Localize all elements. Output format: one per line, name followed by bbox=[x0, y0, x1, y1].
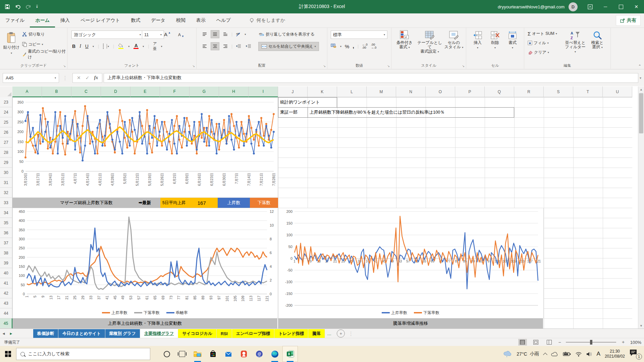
sheet-tab-今日のまとめサイト[interactable]: 今日のまとめサイト bbox=[58, 329, 105, 338]
weather-icon[interactable] bbox=[503, 351, 512, 357]
font-name-select[interactable]: 游ゴシック▾ bbox=[71, 31, 143, 39]
sheet-tab-トレンド指標[interactable]: トレンド指標 bbox=[274, 329, 308, 338]
ribbon-display-options-icon[interactable] bbox=[582, 0, 598, 13]
column-header-B[interactable]: B bbox=[42, 86, 71, 97]
number-format-select[interactable]: 標準▾ bbox=[331, 31, 387, 39]
task-view-icon[interactable] bbox=[174, 346, 190, 362]
cut-button[interactable]: 切り取り bbox=[22, 31, 45, 38]
increase-font-icon[interactable]: A▲ bbox=[164, 31, 171, 38]
sheet-tab-株価診断[interactable]: 株価診断 bbox=[33, 329, 58, 338]
autosum-button[interactable]: Σ オート SUM▾ bbox=[528, 30, 557, 37]
column-header-A[interactable]: A bbox=[12, 86, 42, 97]
bottom-banner-left[interactable]: 上昇率上位銘柄数・下降率上位変動数 bbox=[12, 318, 278, 328]
column-header-G[interactable]: G bbox=[190, 86, 219, 97]
row-header-24[interactable]: 24 bbox=[0, 107, 12, 117]
align-left-icon[interactable] bbox=[201, 43, 209, 50]
battery-icon[interactable] bbox=[563, 352, 571, 356]
vertical-scroll-thumb[interactable] bbox=[639, 93, 643, 133]
percent-icon[interactable]: % bbox=[345, 44, 349, 49]
column-header-M[interactable]: M bbox=[367, 86, 396, 97]
font-dialog-launcher-icon[interactable]: ↘ bbox=[192, 64, 195, 68]
row-header-35[interactable]: 35 bbox=[0, 218, 12, 228]
row-header-29[interactable]: 29 bbox=[0, 158, 12, 168]
column-header-H[interactable]: H bbox=[219, 86, 249, 97]
row-header-27[interactable]: 27 bbox=[0, 137, 12, 147]
share-button[interactable]: 共有 bbox=[616, 15, 641, 26]
collapse-ribbon-icon[interactable]: ⌃ bbox=[638, 64, 641, 68]
phonetic-icon[interactable]: ア亜 bbox=[153, 41, 157, 51]
redo-icon[interactable] bbox=[25, 4, 32, 9]
decrease-indent-icon[interactable] bbox=[234, 43, 243, 50]
row-header-44[interactable]: 44 bbox=[0, 308, 12, 318]
column-header-U[interactable]: U bbox=[603, 86, 632, 97]
orientation-icon[interactable]: ab bbox=[234, 31, 243, 38]
currency-icon[interactable] bbox=[331, 43, 337, 49]
decrease-decimal-icon[interactable]: .00→.0 bbox=[371, 43, 377, 49]
sheet-nav-left-icon[interactable]: ◄ bbox=[0, 331, 7, 336]
row-header-40[interactable]: 40 bbox=[0, 268, 12, 278]
ribbon-tab-校閲[interactable]: 校閲 bbox=[171, 13, 191, 27]
excel-taskbar-icon[interactable]: X bbox=[282, 346, 298, 362]
row-header-39[interactable]: 39 bbox=[0, 258, 12, 268]
format-painter-button[interactable]: 書式のコピー/貼り付け bbox=[22, 51, 67, 58]
tabs-overflow-ellipsis[interactable]: … bbox=[327, 331, 331, 336]
advancers-cell[interactable]: 上昇数 bbox=[218, 198, 250, 208]
formula-input[interactable]: 上昇率上位銘柄数・下降率上位変動数 bbox=[104, 73, 638, 83]
expand-formula-bar-icon[interactable]: ▾ bbox=[640, 76, 641, 80]
row-header-34[interactable]: 34 bbox=[0, 208, 12, 218]
scroll-down-icon[interactable]: ▼ bbox=[638, 323, 644, 328]
zoom-level[interactable]: 100% bbox=[630, 340, 641, 345]
column-header-J[interactable]: J bbox=[278, 86, 308, 97]
action-center-icon[interactable]: 1 bbox=[629, 349, 641, 359]
column-header-E[interactable]: E bbox=[130, 86, 160, 97]
red-app-icon[interactable] bbox=[236, 346, 252, 362]
page-break-view-icon[interactable] bbox=[545, 339, 554, 346]
borders-icon[interactable] bbox=[103, 44, 104, 49]
mothers-banner[interactable]: マザーズ銘柄上昇数下落数 ➡最新 5日平均上昇 167 上昇数 下落数 bbox=[12, 198, 278, 208]
file-explorer-icon[interactable] bbox=[190, 346, 205, 362]
styles-dialog-launcher-icon[interactable]: ↘ bbox=[462, 64, 465, 68]
row-header-25[interactable]: 25 bbox=[0, 117, 12, 127]
ribbon-tab-ファイル[interactable]: ファイル bbox=[0, 13, 30, 27]
account-email[interactable]: dryyourtearswithlove1@gmail.com bbox=[498, 4, 565, 9]
column-header-I[interactable]: I bbox=[249, 86, 278, 97]
zoom-slider[interactable] bbox=[566, 342, 616, 343]
insert-cells-button[interactable]: 挿入▾ bbox=[470, 31, 485, 49]
column-header-P[interactable]: P bbox=[455, 86, 485, 97]
column-header-F[interactable]: F bbox=[160, 86, 190, 97]
sheet-tab-サイコロジカル[interactable]: サイコロジカル bbox=[178, 329, 217, 338]
fill-button[interactable]: フィル▾ bbox=[528, 39, 549, 47]
row-header-36[interactable]: 36 bbox=[0, 228, 12, 238]
alignment-dialog-launcher-icon[interactable]: ↘ bbox=[323, 64, 326, 68]
format-as-table-button[interactable]: テーブルとして書式設定 ▾ bbox=[417, 30, 442, 54]
number-dialog-launcher-icon[interactable]: ↘ bbox=[387, 64, 390, 68]
onedrive-cloud-icon[interactable] bbox=[551, 352, 558, 357]
align-center-icon[interactable] bbox=[211, 42, 219, 50]
sheet-tab-業種別 グラフ[interactable]: 業種別 グラフ bbox=[105, 329, 140, 338]
ime-indicator[interactable]: A bbox=[597, 351, 600, 357]
sheet-tab-主要指標グラフ[interactable]: 主要指標グラフ bbox=[140, 329, 178, 338]
underline-button[interactable]: U bbox=[85, 44, 89, 49]
font-size-select[interactable]: 11▾ bbox=[142, 31, 164, 39]
column-header-L[interactable]: L bbox=[337, 86, 367, 97]
clipboard-dialog-launcher-icon[interactable]: ↘ bbox=[63, 64, 66, 68]
mail-icon[interactable] bbox=[221, 346, 236, 362]
show-hidden-icons-chevron[interactable] bbox=[544, 352, 547, 356]
cell-styles-button[interactable]: セルのスタイル ▾ bbox=[444, 30, 464, 50]
zoom-out-icon[interactable]: − bbox=[558, 340, 561, 345]
row-header-37[interactable]: 37 bbox=[0, 238, 12, 248]
find-select-button[interactable]: 検索と選択 ▾ bbox=[588, 31, 607, 50]
column-header-C[interactable]: C bbox=[71, 86, 101, 97]
row-header-45[interactable]: 45 bbox=[0, 318, 12, 328]
row-header-31[interactable]: 31 bbox=[0, 178, 12, 188]
column-header-D[interactable]: D bbox=[101, 86, 130, 97]
wifi-icon[interactable] bbox=[575, 352, 582, 357]
bottom-banner-right[interactable]: 騰落率増減率推移 bbox=[278, 318, 544, 328]
align-bottom-icon[interactable] bbox=[221, 31, 229, 38]
chart-mothers-daily[interactable]: 0501001502002503003503月10日3月17日3月24日3月31… bbox=[12, 97, 278, 198]
wrap-text-button[interactable]: ab 折り返して全体を表示する bbox=[259, 31, 315, 38]
vertical-scrollbar[interactable]: ▲ ▼ bbox=[638, 86, 644, 328]
merge-center-button[interactable]: セルを結合して中央揃え▾ bbox=[258, 42, 319, 51]
sheet-nav-right-icon[interactable]: ► bbox=[7, 331, 15, 336]
row-header-42[interactable]: 42 bbox=[0, 288, 12, 298]
